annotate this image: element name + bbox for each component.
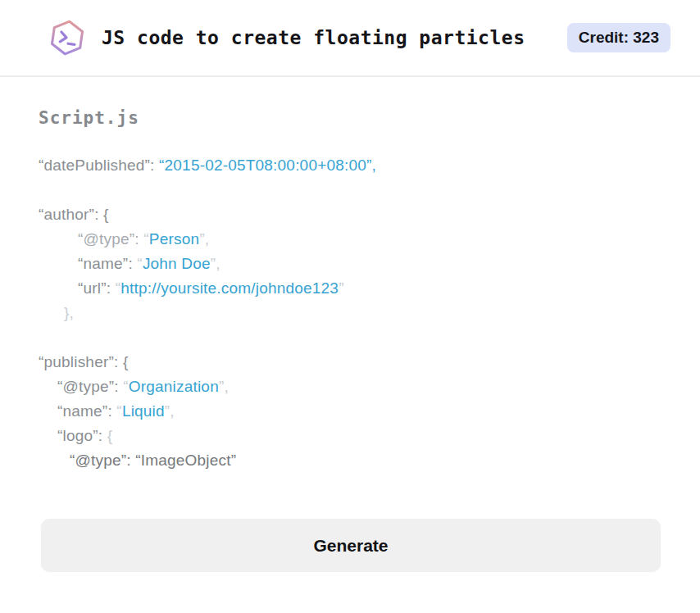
code-line: “url”: “http://yoursite.com/johndoe123” [39,276,661,301]
code-token: ” [339,279,344,297]
code-token: ”, [199,230,209,247]
main-content: Script.js “datePublished”: “2015-02-05T0… [0,108,700,473]
code-token: “logo” [57,427,98,444]
code-token: “@type” [57,378,114,395]
code-block: “datePublished”: “2015-02-05T08:00:00+08… [39,153,661,473]
code-token: : [107,279,116,297]
code-token: “author” [39,206,94,223]
code-token: “@type”: “ImageObject” [70,452,236,469]
app-header: JS code to create floating particles Cre… [0,0,700,77]
code-token: Liquid [122,402,165,420]
code-line: “logo”: { [39,424,661,448]
code-token: : { [94,206,109,223]
code-token: ”, [219,378,229,395]
generate-button[interactable]: Generate [41,519,661,572]
page-title: JS code to create floating particles [102,27,525,48]
code-token: Organization [129,378,219,395]
code-token: : [98,427,107,444]
code-token: ”, [211,255,220,272]
code-token: ”, [165,402,175,420]
code-line: “publisher”: { [39,350,661,375]
code-token: “name” [78,255,128,272]
code-line: “name”: “Liquid”, [39,399,661,424]
footer-actions: Generate [0,519,700,572]
code-line [39,178,661,202]
code-line: “@type”: “Organization”, [39,375,661,399]
code-token: “url” [78,279,107,297]
code-token: “name” [57,402,107,420]
code-token: “@type” [78,230,134,247]
code-token: }, [64,304,74,321]
code-token: : [114,378,123,395]
code-token: “2015-02-05T08:00:00+08:00”, [159,157,376,174]
code-line: “author”: { [39,202,661,227]
code-token: Person [149,230,199,247]
code-line: }, [39,301,661,325]
code-token: http://yoursite.com/johndoe123 [120,279,339,297]
code-line: “@type”: “ImageObject” [39,448,661,473]
code-token: { [107,427,113,444]
code-line: “@type”: “Person”, [39,227,661,252]
code-token: John Doe [143,255,211,272]
terminal-prompt-hexagon-icon [46,16,89,59]
filename-label: Script.js [39,108,661,128]
code-token: “datePublished” [39,157,150,174]
code-line: “datePublished”: “2015-02-05T08:00:00+08… [39,153,661,178]
code-token: “publisher” [39,353,114,370]
code-token: : [107,402,116,420]
code-token: : [128,255,137,272]
code-token: : [150,157,159,174]
credit-badge: Credit: 323 [567,23,670,52]
code-line [39,325,661,350]
code-token: : { [114,353,129,370]
code-line: “name”: “John Doe”, [39,252,661,276]
code-token: : [134,230,143,247]
